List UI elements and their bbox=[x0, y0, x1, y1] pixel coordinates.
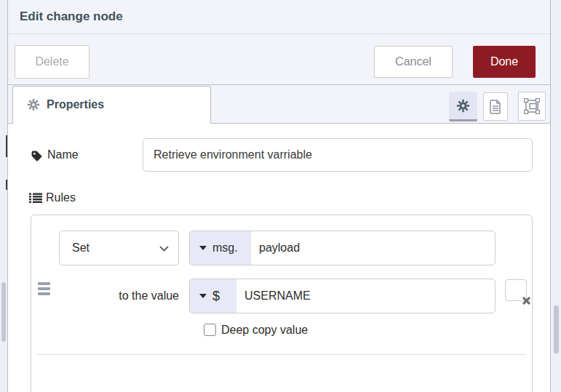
to-the-value-label: to the value bbox=[75, 289, 179, 303]
caret-down-icon bbox=[199, 294, 207, 298]
chevron-down-icon bbox=[159, 246, 169, 252]
property-type-button[interactable]: msg. bbox=[190, 231, 251, 265]
properties-toolbar-button[interactable] bbox=[449, 92, 477, 121]
gear-icon bbox=[27, 98, 40, 111]
node-red-editor-background: Edit change node Delete Cancel Done bbox=[0, 0, 561, 392]
properties-form: Name Rules Set bbox=[8, 124, 550, 392]
list-icon bbox=[29, 193, 42, 204]
rule-action-value: Set bbox=[72, 231, 89, 265]
edit-change-node-dialog: Edit change node Delete Cancel Done bbox=[7, 0, 551, 392]
done-button[interactable]: Done bbox=[473, 46, 536, 78]
rule-divider bbox=[37, 354, 526, 355]
property-typed-input[interactable]: msg. payload bbox=[189, 231, 496, 265]
rules-container: Set msg. payload bbox=[31, 215, 533, 392]
value-type-button[interactable]: $ bbox=[190, 279, 236, 313]
appearance-toolbar-button[interactable] bbox=[518, 92, 546, 121]
drag-handle-icon[interactable] bbox=[38, 282, 50, 297]
dialog-button-bar: Delete Cancel Done bbox=[8, 34, 550, 85]
name-label: Name bbox=[47, 148, 79, 162]
cancel-button[interactable]: Cancel bbox=[374, 46, 453, 78]
tab-properties[interactable]: Properties bbox=[12, 86, 211, 124]
env-var-dollar-icon: $ bbox=[212, 289, 220, 304]
left-scrollbar-thumb[interactable] bbox=[1, 282, 6, 342]
appearance-icon bbox=[524, 98, 540, 114]
document-icon bbox=[490, 100, 501, 114]
right-scrollbar-thumb[interactable] bbox=[554, 305, 559, 353]
property-type-label: msg. bbox=[212, 241, 238, 255]
description-toolbar-button[interactable] bbox=[483, 92, 508, 121]
dialog-header: Edit change node bbox=[8, 0, 550, 34]
remove-rule-button[interactable] bbox=[505, 279, 527, 301]
caret-down-icon bbox=[199, 246, 207, 250]
deep-copy-label: Deep copy value bbox=[221, 323, 308, 337]
tab-properties-label: Properties bbox=[47, 87, 104, 123]
delete-button[interactable]: Delete bbox=[15, 45, 89, 79]
value-text[interactable]: USERNAME bbox=[236, 279, 311, 313]
deep-copy-checkbox[interactable] bbox=[204, 324, 216, 336]
rules-label: Rules bbox=[46, 191, 76, 205]
value-typed-input[interactable]: $ USERNAME bbox=[189, 279, 496, 313]
tag-icon bbox=[31, 151, 42, 161]
property-value[interactable]: payload bbox=[251, 231, 300, 265]
dialog-title: Edit change node bbox=[20, 0, 123, 33]
name-input[interactable] bbox=[143, 138, 533, 172]
rule-action-select[interactable]: Set bbox=[59, 231, 179, 265]
gear-icon bbox=[456, 99, 470, 113]
tab-bar: Properties bbox=[8, 85, 550, 124]
